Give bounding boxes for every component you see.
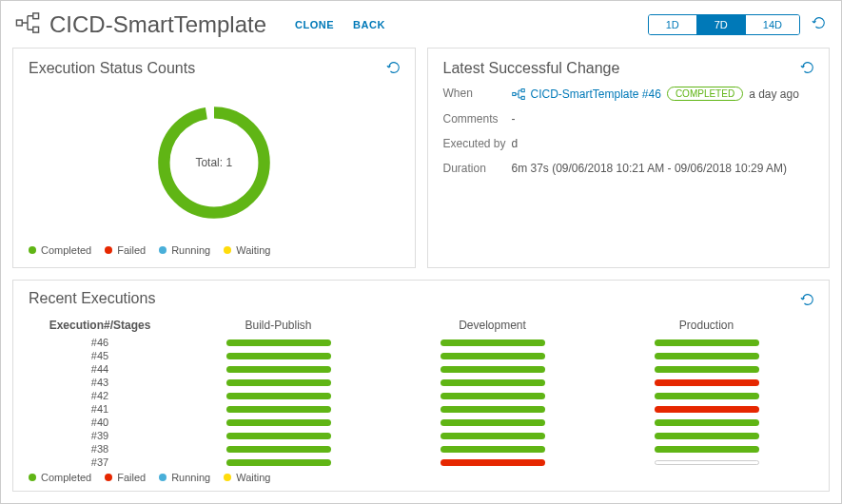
stage-cell (171, 433, 385, 439)
when-relative: a day ago (749, 87, 799, 101)
table-row[interactable]: #46 (29, 336, 813, 349)
stage-bar (226, 339, 331, 346)
execution-rows[interactable]: #46#45#44#43#42#41#40#39#38#37 (29, 336, 813, 468)
table-row[interactable]: #40 (29, 416, 813, 429)
svg-rect-6 (521, 96, 524, 99)
stage-bar (226, 433, 331, 439)
stage-cell (385, 353, 599, 359)
legend-running: Running (171, 472, 210, 483)
svg-rect-1 (33, 13, 39, 19)
stage-bar (441, 419, 545, 426)
stage-bar (226, 353, 331, 359)
stage-cell (385, 459, 599, 466)
table-row[interactable]: #43 (29, 376, 813, 389)
refresh-icon[interactable] (800, 60, 815, 78)
stage-bar (441, 446, 545, 453)
stage-bar (226, 446, 331, 453)
stage-bar (655, 433, 759, 439)
stage-cell (171, 406, 385, 413)
page-title: CICD-SmartTemplate (49, 11, 266, 38)
table-row[interactable]: #38 (29, 442, 813, 456)
latest-change-panel: Latest Successful Change When CICD-Smart… (427, 48, 831, 268)
legend-completed: Completed (41, 472, 91, 483)
stage-bar (655, 446, 759, 453)
legend-completed: Completed (41, 244, 91, 256)
header: CICD-SmartTemplate CLONE BACK 1D7D14D (1, 1, 841, 48)
stage-cell (385, 379, 599, 386)
latest-execution-link[interactable]: CICD-SmartTemplate #46 (531, 87, 661, 101)
stage-bar (226, 366, 331, 373)
stage-cell (599, 419, 813, 426)
stage-cell (599, 353, 813, 359)
table-row[interactable]: #42 (29, 389, 813, 402)
execution-id: #38 (29, 443, 171, 455)
stage-cell (385, 366, 599, 373)
stage-bar (441, 353, 545, 359)
stage-bar (655, 379, 759, 386)
refresh-icon[interactable] (812, 15, 827, 33)
stage-bar (441, 379, 545, 386)
refresh-icon[interactable] (386, 60, 401, 78)
stage-cell (599, 393, 813, 399)
execution-id: #42 (29, 390, 171, 401)
col-stage: Build-Publish (171, 319, 385, 332)
recent-executions-panel: Recent Executions Execution#/Stages Buil… (12, 280, 830, 492)
panel-title: Latest Successful Change (443, 60, 814, 77)
execution-status-panel: Execution Status Counts Total: 1 Complet… (12, 48, 416, 268)
stage-bar (441, 366, 545, 373)
stage-bar (226, 459, 331, 466)
duration-value: 6m 37s (09/06/2018 10:21 AM - 09/06/2018… (512, 162, 814, 175)
donut-total-label: Total: 1 (195, 156, 232, 169)
legend-failed: Failed (117, 244, 146, 256)
execution-id: #39 (29, 430, 171, 441)
svg-rect-0 (16, 20, 22, 26)
time-range-toggle: 1D7D14D (648, 14, 800, 35)
stage-bar (655, 460, 759, 465)
stage-bar (441, 393, 545, 399)
stage-cell (385, 393, 599, 399)
executed-by-label: Executed by (443, 137, 512, 150)
stage-cell (599, 460, 813, 465)
table-row[interactable]: #37 (29, 456, 813, 468)
stage-bar (226, 379, 331, 386)
stage-bar (226, 393, 331, 399)
range-14d-button[interactable]: 14D (746, 15, 799, 34)
stage-cell (385, 433, 599, 439)
status-badge: COMPLETED (667, 87, 743, 101)
stage-cell (599, 339, 813, 346)
clone-button[interactable]: CLONE (295, 19, 334, 30)
stage-bar (226, 419, 331, 426)
col-execution: Execution#/Stages (29, 319, 171, 332)
legend-running: Running (171, 244, 210, 256)
stage-cell (385, 406, 599, 413)
stage-bar (655, 353, 759, 359)
table-row[interactable]: #41 (29, 402, 813, 416)
stage-cell (171, 393, 385, 399)
range-7d-button[interactable]: 7D (697, 15, 746, 34)
execution-id: #45 (29, 350, 171, 361)
table-row[interactable]: #45 (29, 349, 813, 362)
table-row[interactable]: #39 (29, 429, 813, 442)
back-button[interactable]: BACK (353, 19, 385, 30)
table-header: Execution#/Stages Build-Publish Developm… (29, 315, 813, 336)
comments-value: - (512, 112, 814, 126)
table-row[interactable]: #44 (29, 362, 813, 376)
execution-id: #41 (29, 403, 171, 415)
execution-id: #44 (29, 363, 171, 375)
legend-waiting: Waiting (236, 472, 270, 483)
col-stage: Development (385, 319, 599, 332)
stage-bar (655, 393, 759, 399)
stage-bar (441, 459, 545, 466)
duration-label: Duration (443, 162, 512, 175)
stage-cell (599, 406, 813, 413)
stage-cell (171, 419, 385, 426)
executed-by-value: d (512, 137, 814, 150)
range-1d-button[interactable]: 1D (649, 15, 697, 34)
status-donut-chart: Total: 1 (152, 101, 276, 224)
refresh-icon[interactable] (800, 292, 815, 310)
stage-cell (599, 379, 813, 386)
stage-bar (226, 406, 331, 413)
execution-id: #37 (29, 456, 171, 468)
stage-bar (655, 406, 759, 413)
stage-cell (599, 366, 813, 373)
